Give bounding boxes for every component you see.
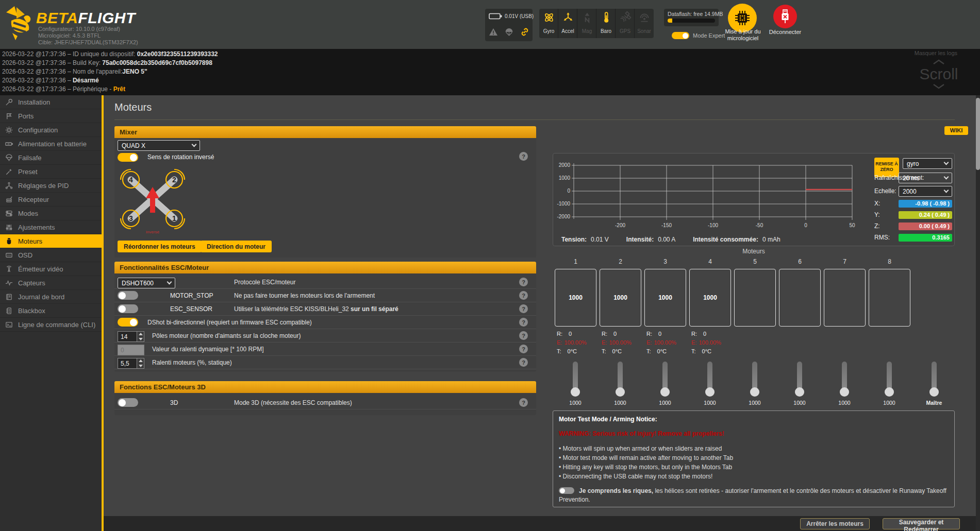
sidebar-item-power-battery[interactable]: Alimentation et batterie xyxy=(0,137,102,151)
chevron-down-icon xyxy=(944,175,949,180)
baro-icon xyxy=(596,11,616,24)
sidebar-item-adjustments[interactable]: Ajustements xyxy=(0,220,102,234)
motor-poles-label: Pôles moteur (nombre d'aimants sur la cl… xyxy=(152,332,301,339)
chevron-up-icon[interactable] xyxy=(932,59,945,64)
sidebar-item-logbook[interactable]: Journal de bord xyxy=(0,290,102,304)
esc-sensor-toggle[interactable] xyxy=(118,304,138,313)
motor-slider-5-knob[interactable] xyxy=(750,387,759,397)
sidebar-item-blackbox[interactable]: Blackbox xyxy=(0,304,102,318)
mixer-panel-header: Mixer xyxy=(114,126,536,138)
sensor-baro: Baro xyxy=(596,9,616,38)
expert-mode-toggle[interactable] xyxy=(672,32,689,39)
reversed-rotation-toggle[interactable] xyxy=(118,153,138,162)
motor-bar-7 xyxy=(824,269,866,327)
sidebar-item-ports[interactable]: Ports xyxy=(0,109,102,123)
stop-motors-button[interactable]: Arrêter les moteurs xyxy=(800,518,870,529)
motor-stop-name: MOTOR_STOP xyxy=(170,292,213,299)
help-icon[interactable]: ? xyxy=(519,345,528,353)
motor-number: 8 xyxy=(869,258,910,265)
motor-slider-2-knob[interactable] xyxy=(616,387,625,397)
toggles-icon xyxy=(5,210,13,217)
sidebar-item-cli[interactable]: Ligne de commande (CLI) xyxy=(0,318,102,332)
motor-slider-7-knob[interactable] xyxy=(840,387,849,397)
version-info: Configurateur: 10.10.0 (c97deaf) Microlo… xyxy=(38,26,138,46)
log-line: 2026-03-22 @17:37:36 – Désarmé xyxy=(2,76,978,85)
motor-stop-desc: Ne pas faire tourner les moteurs lors de… xyxy=(234,292,375,299)
chevron-down-icon[interactable] xyxy=(932,84,945,89)
motor-slider-4-knob[interactable] xyxy=(705,387,715,397)
sensor-accel: Accel xyxy=(558,9,577,38)
motor-telemetry-2: R:0 E:100.00% T:0°C xyxy=(602,330,645,356)
help-icon[interactable]: ? xyxy=(519,152,528,161)
esc-protocol-label: Protocole ESC/moteur xyxy=(234,279,295,286)
motor-slider-8-knob[interactable] xyxy=(885,387,894,397)
disconnect-label: Déconnecter xyxy=(767,29,804,36)
log-scroll-widget[interactable]: Scroll xyxy=(918,57,959,91)
help-icon[interactable]: ? xyxy=(519,318,528,327)
scroll-label: Scroll xyxy=(918,66,959,82)
motor-slider-3-knob[interactable] xyxy=(660,387,670,397)
help-icon[interactable]: ? xyxy=(519,331,528,340)
motor-slider-6-knob[interactable] xyxy=(795,387,804,397)
betaflight-bee-logo-icon xyxy=(4,5,35,44)
mixer-type-select[interactable]: QUAD X xyxy=(118,140,200,151)
help-icon[interactable]: ? xyxy=(519,398,528,407)
graph-source-select[interactable]: gyro xyxy=(903,158,952,169)
sidebar-item-pid-tuning[interactable]: Réglages de PID xyxy=(0,179,102,193)
notice-warning: WARNING: Serious risk of injury! Remove … xyxy=(559,430,949,437)
sidebar-item-sensors[interactable]: Capteurs xyxy=(0,276,102,290)
motors-section-title: Moteurs xyxy=(553,248,955,255)
sidebar-item-failsafe[interactable]: Failsafe xyxy=(0,151,102,165)
refresh-rate-select[interactable]: 20 ms xyxy=(899,173,952,183)
sidebar-accent-divider xyxy=(102,95,104,531)
scrollbar-thumb[interactable] xyxy=(976,98,980,170)
master-slider-knob[interactable] xyxy=(929,387,939,397)
sidebar-item-configuration[interactable]: Configuration xyxy=(0,123,102,137)
notice-title: Motor Test Mode / Arming Notice: xyxy=(559,416,949,423)
disconnect-button[interactable] xyxy=(773,5,797,28)
dataflash-box: Dataflash: free 14.9MB xyxy=(664,9,719,26)
spinner[interactable] xyxy=(137,358,144,369)
acknowledge-risks-toggle[interactable] xyxy=(559,487,574,494)
axis-rms-value: 0.3165 xyxy=(899,234,952,242)
esc-3d-panel: Fonctions ESC/Moteurs 3D 3D Mode 3D (néc… xyxy=(114,381,536,415)
mode-3d-toggle[interactable] xyxy=(118,398,138,407)
esc-protocol-select[interactable]: DSHOT600 xyxy=(118,278,175,288)
motor-bar-1: 1000 xyxy=(555,269,596,327)
hide-logs-link[interactable]: Masquer les logs xyxy=(915,50,957,56)
remote-icon xyxy=(5,196,13,203)
svg-text:-100: -100 xyxy=(708,222,718,228)
save-reboot-button[interactable]: Sauvegarder et Redémarrer xyxy=(883,518,960,529)
motor-direction-button[interactable]: Direction du moteur xyxy=(201,241,272,252)
svg-text:0: 0 xyxy=(567,188,570,194)
title-underline xyxy=(114,119,955,120)
help-icon[interactable]: ? xyxy=(519,278,528,286)
reorder-motors-button[interactable]: Réordonner les moteurs xyxy=(118,241,202,252)
bidirectional-dshot-toggle[interactable] xyxy=(118,318,138,327)
sidebar-item-modes[interactable]: Modes xyxy=(0,207,102,220)
spinner[interactable] xyxy=(137,331,144,342)
svg-text:50: 50 xyxy=(849,222,855,228)
motor-slider-1-knob[interactable] xyxy=(571,387,580,397)
help-icon[interactable]: ? xyxy=(519,304,528,313)
reversed-rotation-label: Sens de rotation inversé xyxy=(147,153,214,161)
sidebar-item-receiver[interactable]: Récepteur xyxy=(0,193,102,207)
sidebar-item-osd[interactable]: OSD xyxy=(0,248,102,262)
motor-idle-input[interactable]: 5,5 xyxy=(118,358,144,369)
help-icon[interactable]: ? xyxy=(519,291,528,300)
motor-stop-toggle[interactable] xyxy=(118,291,138,300)
wiki-button[interactable]: WIKI xyxy=(944,126,968,135)
scale-select[interactable]: 2000 xyxy=(899,186,952,197)
motor-bar-6 xyxy=(779,269,821,327)
sidebar-item-vtx[interactable]: Émetteur vidéo xyxy=(0,262,102,276)
help-icon[interactable]: ? xyxy=(519,358,528,367)
sidebar-item-motors[interactable]: Moteurs xyxy=(0,234,102,248)
motor-number: 2 xyxy=(172,176,176,184)
motor-poles-input[interactable]: 14 xyxy=(118,331,144,342)
power-stats: Tension:0.01 V Intensité:0.00 A Intensit… xyxy=(561,236,780,243)
sidebar-item-preset[interactable]: Preset xyxy=(0,165,102,179)
sidebar-item-installation[interactable]: Installation xyxy=(0,95,102,109)
axis-z-value: 0.00 ( 0.49 ) xyxy=(899,222,952,230)
firmware-update-label: Mise à jour du micrologiciel xyxy=(720,28,766,41)
battery-icon xyxy=(489,13,502,20)
